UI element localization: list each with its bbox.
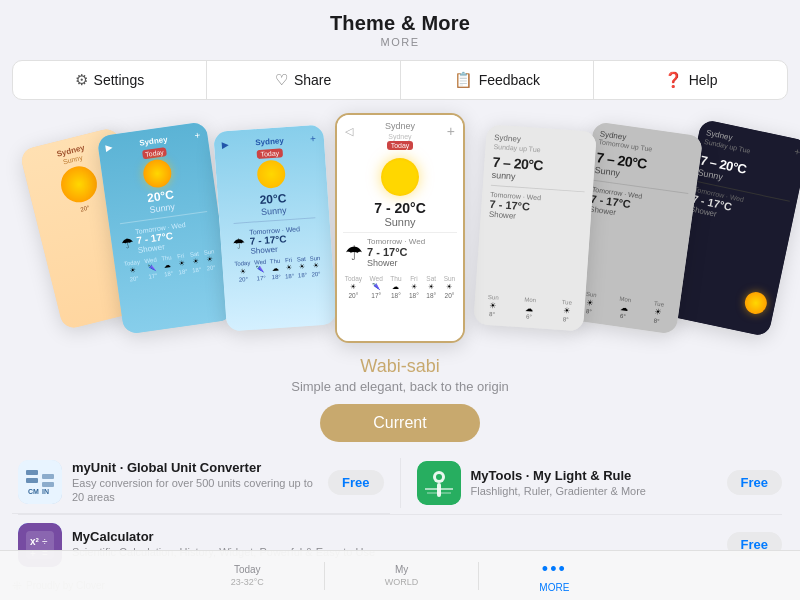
theme-description: Simple and elegant, back to the origin: [0, 379, 800, 394]
svg-rect-0: [18, 460, 62, 504]
app-item-mytools: MyTools · My Light & Rule Flashlight, Ru…: [411, 452, 789, 514]
feedback-nav-item[interactable]: 📋 Feedback: [401, 61, 595, 99]
app-item-myunit: CM IN myUnit · Global Unit Converter Eas…: [12, 452, 390, 514]
app-icon-myunit: CM IN: [18, 460, 62, 504]
svg-text:CM: CM: [28, 488, 39, 495]
tomorrow-temp: 7 - 17°C: [367, 246, 425, 258]
svg-rect-3: [42, 474, 54, 479]
tomorrow-label: Tomorrow · Wed: [367, 237, 425, 246]
help-nav-item[interactable]: ❓ Help: [594, 61, 787, 99]
settings-label: Settings: [94, 72, 145, 88]
tab-today[interactable]: Today 23-32°C: [231, 564, 264, 587]
tab-more-label: MORE: [539, 582, 569, 593]
tab-more[interactable]: ••• MORE: [539, 559, 569, 593]
svg-point-9: [436, 474, 442, 480]
app-info-myunit: myUnit · Global Unit Converter Easy conv…: [72, 460, 318, 505]
help-label: Help: [689, 72, 718, 88]
svg-rect-10: [437, 483, 441, 497]
gear-icon: ⚙: [75, 71, 88, 89]
heart-icon: ♡: [275, 71, 288, 89]
header: Theme & More MORE: [0, 0, 800, 52]
feedback-label: Feedback: [479, 72, 540, 88]
share-label: Share: [294, 72, 331, 88]
page-title: Theme & More: [0, 12, 800, 35]
theme-card-lightblue[interactable]: ▶ Sydney + Today 20°C Sunny ☂ Tomorrow ·…: [213, 124, 337, 331]
app-divider: [400, 458, 401, 508]
app-icon-mytools: [417, 461, 461, 505]
card-arrow-icon: ◁: [345, 125, 353, 138]
share-nav-item[interactable]: ♡ Share: [207, 61, 401, 99]
cards-wrapper: Sydney Sunny 20° ▶ Sydney + Today 20°C S…: [0, 108, 800, 348]
card-temp: 7 - 20°C: [374, 200, 426, 216]
app-name-calc: MyCalculator: [72, 529, 717, 544]
tab-divider-2: [478, 562, 479, 590]
question-icon: ❓: [664, 71, 683, 89]
svg-rect-2: [26, 478, 38, 483]
theme-name: Wabi-sabi: [0, 356, 800, 377]
tab-world-label: My: [395, 564, 408, 575]
tab-more-dots-icon: •••: [542, 559, 567, 580]
svg-text:÷: ÷: [42, 536, 48, 547]
card-city: SydneySydney: [353, 121, 447, 141]
theme-carousel: Sydney Sunny 20° ▶ Sydney + Today 20°C S…: [0, 108, 800, 348]
tab-world[interactable]: My WORLD: [385, 564, 419, 587]
card-condition: Sunny: [384, 216, 415, 228]
settings-nav-item[interactable]: ⚙ Settings: [13, 61, 207, 99]
tab-world-sub: WORLD: [385, 577, 419, 587]
theme-label-area: Wabi-sabi Simple and elegant, back to th…: [0, 356, 800, 394]
tab-bar: Today 23-32°C My WORLD ••• MORE: [0, 550, 800, 600]
current-button[interactable]: Current: [320, 404, 480, 442]
app-row-1: CM IN myUnit · Global Unit Converter Eas…: [12, 452, 788, 514]
note-icon: 📋: [454, 71, 473, 89]
app-name-mytools: MyTools · My Light & Rule: [471, 468, 717, 483]
svg-rect-1: [26, 470, 38, 475]
app-btn-mytools[interactable]: Free: [727, 470, 782, 495]
svg-text:IN: IN: [42, 488, 49, 495]
tab-today-sub: 23-32°C: [231, 577, 264, 587]
nav-bar: ⚙ Settings ♡ Share 📋 Feedback ❓ Help: [12, 60, 788, 100]
tab-today-label: Today: [234, 564, 261, 575]
svg-rect-4: [42, 482, 54, 487]
weekly-forecast: Today☀20° Wed🌂17° Thu☁18° Fri☀18° Sat☀18…: [337, 272, 463, 303]
app-desc-myunit: Easy conversion for over 500 units cover…: [72, 476, 318, 505]
page-subtitle: MORE: [0, 36, 800, 48]
card-plus-icon: +: [447, 123, 455, 139]
app-desc-mytools: Flashlight, Ruler, Gradienter & More: [471, 484, 717, 498]
tab-divider-1: [324, 562, 325, 590]
app-info-mytools: MyTools · My Light & Rule Flashlight, Ru…: [471, 468, 717, 498]
svg-text:x²: x²: [30, 536, 40, 547]
umbrella-icon: ☂: [345, 241, 363, 265]
app-name-myunit: myUnit · Global Unit Converter: [72, 460, 318, 475]
theme-card-wabisabi[interactable]: ◁ SydneySydney + Today 7 - 20°C Sunny ☂ …: [335, 113, 465, 343]
theme-card-gray[interactable]: Sydney Sunday up Tue 7 – 20°C sunny Tomo…: [473, 124, 597, 331]
app-btn-myunit[interactable]: Free: [328, 470, 383, 495]
tomorrow-cond: Shower: [367, 258, 425, 268]
